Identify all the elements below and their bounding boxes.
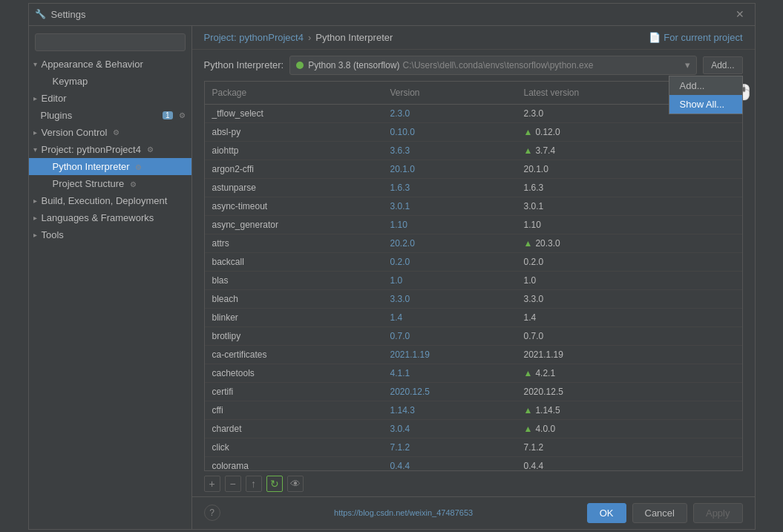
main-panel: Project: pythonProject4 › Python Interpr…	[192, 26, 755, 529]
apply-button[interactable]: Apply	[693, 503, 743, 523]
package-version: 0.2.0	[383, 253, 517, 271]
for-project-label: For current project	[664, 32, 742, 43]
table-row[interactable]: ca-certificates2021.1.192021.1.19	[205, 346, 742, 364]
packages-table-container: Package Version Latest version _tflow_se…	[204, 81, 743, 471]
sidebar: ▾ Appearance & Behavior Keymap ▸ Editor …	[29, 26, 192, 529]
table-row[interactable]: attrs20.2.0▲20.3.0	[205, 234, 742, 253]
sidebar-item-languages[interactable]: ▸ Languages & Frameworks	[29, 209, 191, 226]
help-button[interactable]: ?	[204, 505, 220, 521]
table-row[interactable]: blas1.01.0	[205, 272, 742, 290]
table-row[interactable]: cachetools4.1.1▲4.2.1	[205, 364, 742, 383]
refresh-button[interactable]: ↻	[266, 476, 283, 492]
package-version: 20.1.0	[383, 160, 517, 178]
sidebar-item-appearance[interactable]: ▾ Appearance & Behavior	[29, 56, 191, 73]
table-row[interactable]: absl-py0.10.0▲0.12.0	[205, 123, 742, 142]
table-row[interactable]: brotlipy0.7.00.7.0	[205, 327, 742, 346]
table-row[interactable]: async_generator1.101.10	[205, 216, 742, 234]
sidebar-item-label: Project Structure	[53, 178, 125, 189]
upgrade-arrow-icon: ▲	[524, 127, 533, 137]
package-version: 3.0.1	[383, 197, 517, 215]
show-all-option[interactable]: Show All...	[669, 95, 742, 114]
content-area: ▾ Appearance & Behavior Keymap ▸ Editor …	[29, 26, 755, 529]
table-row[interactable]: certifi2020.12.52020.12.5	[205, 383, 742, 401]
sidebar-item-tools[interactable]: ▸ Tools	[29, 226, 191, 243]
eye-button[interactable]: 👁	[287, 476, 304, 492]
for-project-link[interactable]: 📄 For current project	[649, 32, 742, 43]
upgrade-package-button[interactable]: ↑	[246, 476, 262, 492]
table-row[interactable]: chardet3.0.4▲4.0.0	[205, 420, 742, 439]
package-latest: 0.4.4	[517, 457, 742, 471]
package-latest: 1.4	[517, 309, 742, 326]
package-version: 1.4	[383, 309, 517, 326]
sidebar-item-editor[interactable]: ▸ Editor	[29, 90, 191, 107]
table-row[interactable]: backcall0.2.00.2.0	[205, 253, 742, 272]
package-latest: ▲4.0.0	[517, 420, 742, 438]
table-row[interactable]: blinker1.41.4	[205, 309, 742, 327]
table-row[interactable]: click7.1.27.1.2	[205, 439, 742, 457]
table-row[interactable]: aiohttp3.6.3▲3.7.4	[205, 142, 742, 160]
breadcrumb-project[interactable]: Project: pythonProject4	[204, 32, 304, 43]
close-button[interactable]: ✕	[731, 7, 749, 22]
upgrade-arrow-icon: ▲	[524, 238, 533, 249]
package-version: 0.10.0	[383, 123, 517, 141]
title-bar: 🔧 Settings ✕	[29, 4, 755, 26]
search-input[interactable]	[40, 37, 180, 47]
interpreter-dropdown-container: Add... Add... Show All... 🖱️	[703, 56, 742, 74]
table-row[interactable]: argon2-cffi20.1.020.1.0	[205, 160, 742, 179]
footer: ? https://blog.csdn.net/weixin_47487653 …	[192, 496, 755, 529]
plugins-badge: 1	[163, 111, 173, 119]
settings-icon: ⚙	[135, 163, 142, 171]
ok-button[interactable]: OK	[587, 503, 626, 523]
sidebar-item-label: Version Control	[42, 127, 108, 138]
package-name: _tflow_select	[205, 105, 383, 122]
settings-icon: ⚙	[113, 128, 119, 137]
package-latest: ▲0.12.0	[517, 123, 742, 141]
table-body: _tflow_select2.3.02.3.0absl-py0.10.0▲0.1…	[205, 105, 742, 471]
upgrade-arrow-icon: ▲	[524, 424, 533, 434]
package-name: astunparse	[205, 179, 383, 197]
sidebar-item-plugins[interactable]: Plugins 1 ⚙	[29, 107, 191, 124]
add-option[interactable]: Add...	[669, 76, 742, 95]
table-row[interactable]: _tflow_select2.3.02.3.0	[205, 105, 742, 123]
settings-icon: ⚙	[179, 111, 186, 119]
interpreter-select[interactable]: Python 3.8 (tensorflow) C:\Users\dell\.c…	[289, 56, 697, 75]
package-version: 1.14.3	[383, 401, 517, 419]
package-name: argon2-cffi	[205, 160, 383, 178]
interpreter-name: Python 3.8 (tensorflow)	[308, 60, 399, 70]
sidebar-item-label: Appearance & Behavior	[42, 59, 143, 70]
sidebar-item-python-interpreter[interactable]: Python Interpreter ⚙	[29, 158, 191, 175]
sidebar-item-build[interactable]: ▸ Build, Execution, Deployment	[29, 192, 191, 209]
table-row[interactable]: bleach3.3.03.3.0	[205, 290, 742, 309]
table-row[interactable]: colorama0.4.40.4.4	[205, 457, 742, 471]
sidebar-item-project[interactable]: ▾ Project: pythonProject4 ⚙	[29, 141, 191, 158]
package-name: cffi	[205, 401, 383, 419]
cancel-button[interactable]: Cancel	[632, 503, 687, 523]
sidebar-item-label: Python Interpreter	[53, 161, 130, 172]
package-latest: 20.1.0	[517, 160, 742, 178]
sidebar-item-project-structure[interactable]: Project Structure ⚙	[29, 175, 191, 192]
sidebar-item-keymap[interactable]: Keymap	[29, 73, 191, 90]
table-row[interactable]: astunparse1.6.31.6.3	[205, 179, 742, 197]
add-interpreter-button[interactable]: Add...	[703, 56, 742, 74]
sidebar-item-label: Project: pythonProject4	[42, 144, 141, 155]
interpreter-status-dot	[296, 62, 304, 69]
sidebar-item-label: Build, Execution, Deployment	[42, 195, 168, 206]
add-package-button[interactable]: +	[204, 476, 220, 492]
table-toolbar: + − ↑ ↻ 👁	[192, 471, 755, 496]
table-row[interactable]: cffi1.14.3▲1.14.5	[205, 401, 742, 420]
sidebar-item-label: Keymap	[53, 76, 88, 87]
table-row[interactable]: async-timeout3.0.13.0.1	[205, 197, 742, 216]
remove-package-button[interactable]: −	[225, 476, 241, 492]
sidebar-item-version-control[interactable]: ▸ Version Control ⚙	[29, 124, 191, 141]
package-latest: ▲3.7.4	[517, 142, 742, 160]
package-name: certifi	[205, 383, 383, 401]
package-name: aiohttp	[205, 142, 383, 160]
package-name: ca-certificates	[205, 346, 383, 364]
interpreter-row: Python Interpreter: Python 3.8 (tensorfl…	[192, 50, 755, 81]
search-box[interactable]	[35, 33, 186, 51]
package-latest: ▲1.14.5	[517, 401, 742, 419]
settings-dialog: 🔧 Settings ✕ ▾ Appearance & Behavior Key…	[28, 3, 756, 530]
column-header-version: Version	[383, 86, 517, 99]
package-version: 1.0	[383, 272, 517, 289]
package-latest: 0.7.0	[517, 327, 742, 345]
